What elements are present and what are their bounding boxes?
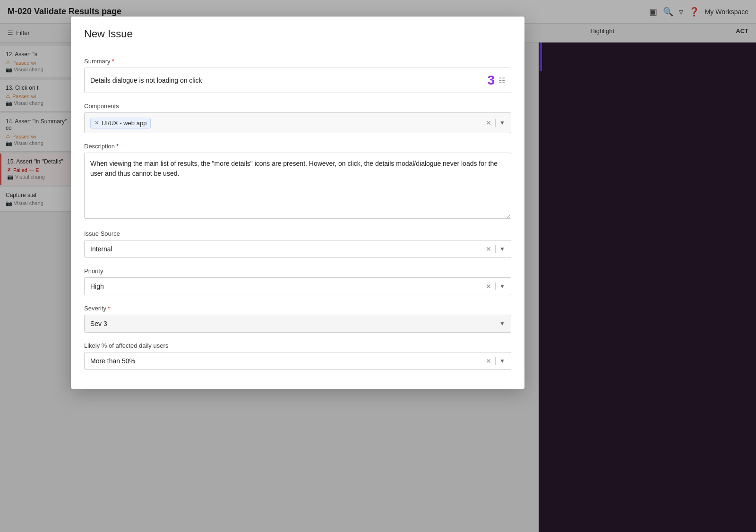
priority-clear[interactable]: ✕ [486, 283, 491, 290]
component-tag-uiux[interactable]: ✕ UI/UX - web app [90, 118, 151, 129]
severity-chevron[interactable]: ▼ [499, 320, 505, 327]
priority-chevron[interactable]: ▼ [499, 283, 505, 290]
divider2 [495, 245, 496, 253]
description-group: Description * When viewing the main list… [84, 143, 511, 221]
components-clear-icon[interactable]: ✕ [486, 119, 491, 127]
issue-source-value: Internal [90, 245, 112, 253]
issue-source-clear[interactable]: ✕ [486, 245, 491, 253]
severity-select[interactable]: Sev 3 ▼ [84, 315, 511, 333]
summary-group: Summary * Details dialogue is not loadin… [84, 58, 511, 93]
new-issue-modal: New Issue Summary * Details dialogue is … [71, 17, 524, 389]
severity-value: Sev 3 [90, 320, 107, 327]
issue-source-actions: ✕ ▼ [486, 245, 505, 253]
priority-actions: ✕ ▼ [486, 283, 505, 290]
severity-actions: ▼ [499, 320, 505, 327]
likely-pct-group: Likely % of affected daily users More th… [84, 342, 511, 370]
severity-label: Severity * [84, 305, 511, 312]
likely-pct-label: Likely % of affected daily users [84, 342, 511, 349]
likely-pct-actions: ✕ ▼ [486, 357, 505, 365]
divider4 [495, 357, 496, 365]
issue-source-select[interactable]: Internal ✕ ▼ [84, 240, 511, 258]
component-tags: ✕ UI/UX - web app [90, 118, 486, 129]
tag-remove-uiux[interactable]: ✕ [94, 120, 99, 126]
likely-pct-clear[interactable]: ✕ [486, 357, 491, 365]
severity-required: * [108, 305, 110, 312]
components-chevron[interactable]: ▼ [499, 120, 505, 126]
components-input-wrapper[interactable]: ✕ UI/UX - web app ✕ ▼ [84, 112, 511, 133]
description-required: * [116, 143, 119, 150]
description-label: Description * [84, 143, 511, 150]
components-select-controls: ✕ ▼ [486, 119, 505, 127]
priority-group: Priority High ✕ ▼ [84, 267, 511, 295]
summary-required: * [112, 58, 114, 65]
description-textarea[interactable]: When viewing the main list of results, t… [84, 153, 511, 219]
summary-format-icon: ☷ [498, 76, 505, 85]
modal-header: New Issue [71, 17, 524, 48]
likely-pct-chevron[interactable]: ▼ [499, 358, 505, 364]
divider [495, 119, 496, 127]
priority-label: Priority [84, 267, 511, 275]
modal-body: Summary * Details dialogue is not loadin… [71, 48, 524, 389]
priority-select[interactable]: High ✕ ▼ [84, 277, 511, 295]
issue-source-group: Issue Source Internal ✕ ▼ [84, 230, 511, 258]
severity-group: Severity * Sev 3 ▼ [84, 305, 511, 333]
likely-pct-select[interactable]: More than 50% ✕ ▼ [84, 352, 511, 370]
summary-input-wrapper[interactable]: Details dialogue is not loading on click… [84, 68, 511, 93]
components-label: Components [84, 103, 511, 110]
modal-title: New Issue [84, 28, 511, 40]
summary-label: Summary * [84, 58, 511, 65]
priority-value: High [90, 283, 104, 290]
components-group: Components ✕ UI/UX - web app ✕ ▼ [84, 103, 511, 133]
summary-value: Details dialogue is not loading on click [90, 77, 483, 84]
issue-source-label: Issue Source [84, 230, 511, 237]
summary-number: 3 [487, 73, 495, 88]
tag-label-uiux: UI/UX - web app [102, 120, 146, 127]
issue-source-chevron[interactable]: ▼ [499, 246, 505, 252]
divider3 [495, 283, 496, 290]
likely-pct-value: More than 50% [90, 357, 135, 365]
